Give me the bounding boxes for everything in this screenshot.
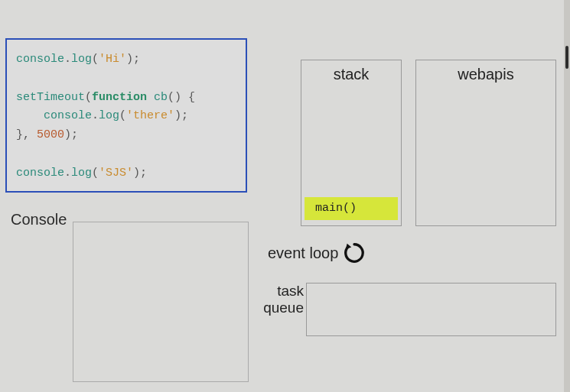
token-string: 'Hi': [99, 53, 126, 66]
token-string: 'SJS': [99, 167, 133, 180]
code-blank-line: [16, 145, 236, 164]
token-object: console: [16, 53, 64, 66]
token-paren-open: (: [92, 167, 99, 180]
token-method: log: [99, 109, 119, 122]
token-dot: .: [92, 109, 99, 122]
event-loop-label: event loop: [268, 245, 338, 262]
token-method: log: [71, 167, 92, 180]
code-line-4: }, 5000);: [16, 126, 236, 145]
task-queue-label-line2: queue: [263, 300, 304, 316]
token-close: );: [174, 109, 188, 122]
code-line-2: setTimeout(function cb() {: [16, 89, 236, 108]
token-close-brace: },: [16, 128, 37, 141]
token-paren-open: (: [119, 109, 126, 122]
svg-marker-0: [346, 244, 352, 250]
token-close: );: [133, 167, 147, 180]
token-dot: .: [64, 167, 71, 180]
token-indent: [16, 109, 44, 122]
token-args: () {: [168, 91, 195, 104]
code-editor: console.log('Hi'); setTimeout(function c…: [5, 38, 247, 193]
token-object: console: [16, 167, 64, 180]
task-queue-label-line1: task: [277, 283, 304, 299]
right-edge-marker: [565, 46, 568, 69]
token-dot: .: [64, 53, 71, 66]
stack-frame-main: main(): [305, 197, 398, 220]
code-blank-line: [16, 70, 236, 89]
token-close: );: [126, 53, 140, 66]
loop-icon: [343, 241, 366, 264]
token-paren-open: (: [92, 53, 99, 66]
token-method: log: [71, 53, 92, 66]
stack-title: stack: [301, 66, 402, 83]
token-call: setTimeout: [16, 91, 85, 104]
token-keyword: function: [92, 91, 147, 104]
token-fn-name: cb: [147, 91, 168, 104]
task-queue-label: task queue: [258, 283, 304, 316]
code-line-5: console.log('SJS');: [16, 164, 236, 183]
token-close: );: [64, 128, 78, 141]
console-panel: [73, 222, 249, 382]
token-object: console: [44, 109, 92, 122]
task-queue-panel: [306, 283, 556, 336]
token-number: 5000: [37, 128, 64, 141]
token-string: 'there': [126, 109, 174, 122]
webapis-panel: [415, 60, 556, 226]
webapis-title: webapis: [415, 66, 556, 83]
console-label: Console: [11, 211, 67, 228]
code-line-1: console.log('Hi');: [16, 50, 236, 70]
code-line-3: console.log('there');: [16, 107, 236, 126]
token-paren-open: (: [85, 91, 92, 104]
